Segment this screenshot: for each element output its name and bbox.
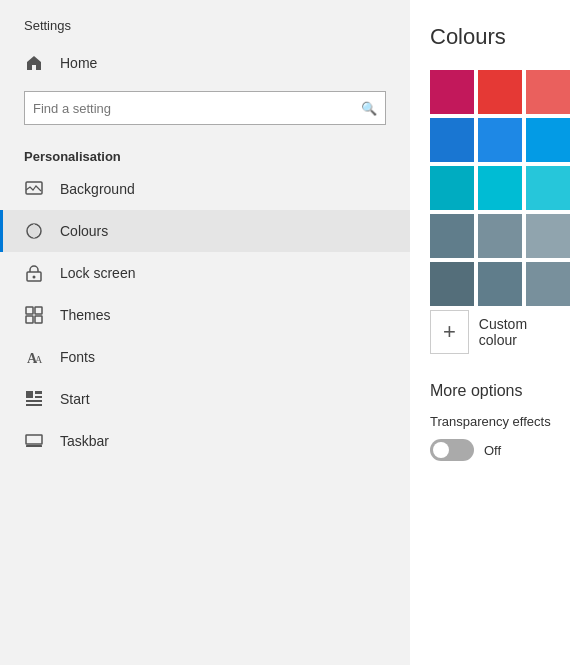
color-swatch[interactable] [430,214,474,258]
svg-rect-6 [26,316,33,323]
svg-rect-16 [26,445,42,447]
custom-color-row: + Custom colour [430,310,558,354]
svg-rect-4 [26,307,33,314]
fonts-icon: A A [24,347,44,367]
color-swatch[interactable] [430,118,474,162]
color-swatch[interactable] [478,70,522,114]
svg-rect-12 [35,396,42,398]
background-label: Background [60,181,135,197]
transparency-toggle[interactable] [430,439,474,461]
transparency-label: Transparency effects [430,414,558,429]
transparency-toggle-row: Off [430,439,558,461]
svg-rect-5 [35,307,42,314]
color-swatch[interactable] [430,70,474,114]
taskbar-label: Taskbar [60,433,109,449]
color-swatch[interactable] [478,262,522,306]
home-label: Home [60,55,97,71]
themes-icon [24,305,44,325]
color-swatch[interactable] [430,262,474,306]
sidebar-item-start[interactable]: Start [0,378,410,420]
sidebar-item-colours[interactable]: Colours [0,210,410,252]
color-swatch[interactable] [526,214,570,258]
svg-rect-11 [35,391,42,394]
colours-icon [24,221,44,241]
home-icon [24,53,44,73]
svg-point-3 [33,276,36,279]
toggle-state-label: Off [484,443,501,458]
lock-screen-label: Lock screen [60,265,135,281]
themes-label: Themes [60,307,111,323]
search-input[interactable] [33,101,361,116]
section-label: Personalisation [0,141,410,168]
more-options-title: More options [430,382,558,400]
toggle-knob [433,442,449,458]
color-swatch[interactable] [478,118,522,162]
svg-text:A: A [35,354,43,365]
sidebar-item-themes[interactable]: Themes [0,294,410,336]
sidebar: Settings Home 🔍 Personalisation Backgrou… [0,0,410,665]
start-icon [24,389,44,409]
colours-label: Colours [60,223,108,239]
svg-rect-10 [26,391,33,398]
right-panel: Colours + Custom colour More options Tra… [410,0,578,665]
sidebar-item-lock-screen[interactable]: Lock screen [0,252,410,294]
custom-color-label: Custom colour [479,316,558,348]
svg-rect-7 [35,316,42,323]
color-swatch[interactable] [526,70,570,114]
start-label: Start [60,391,90,407]
lock-screen-icon [24,263,44,283]
svg-rect-14 [26,404,42,406]
color-swatch[interactable] [526,118,570,162]
color-swatch[interactable] [526,166,570,210]
svg-rect-15 [26,435,42,444]
add-custom-color-button[interactable]: + [430,310,469,354]
sidebar-item-background[interactable]: Background [0,168,410,210]
app-title: Settings [0,0,410,43]
sidebar-item-fonts[interactable]: A A Fonts [0,336,410,378]
taskbar-icon [24,431,44,451]
color-swatch[interactable] [478,166,522,210]
background-icon [24,179,44,199]
search-box[interactable]: 🔍 [24,91,386,125]
panel-title: Colours [430,24,558,50]
color-swatch[interactable] [478,214,522,258]
color-swatch[interactable] [430,166,474,210]
svg-rect-13 [26,400,42,402]
sidebar-item-taskbar[interactable]: Taskbar [0,420,410,462]
color-swatch[interactable] [526,262,570,306]
search-icon: 🔍 [361,101,377,116]
sidebar-item-home[interactable]: Home [0,43,410,83]
fonts-label: Fonts [60,349,95,365]
search-container: 🔍 [0,83,410,141]
